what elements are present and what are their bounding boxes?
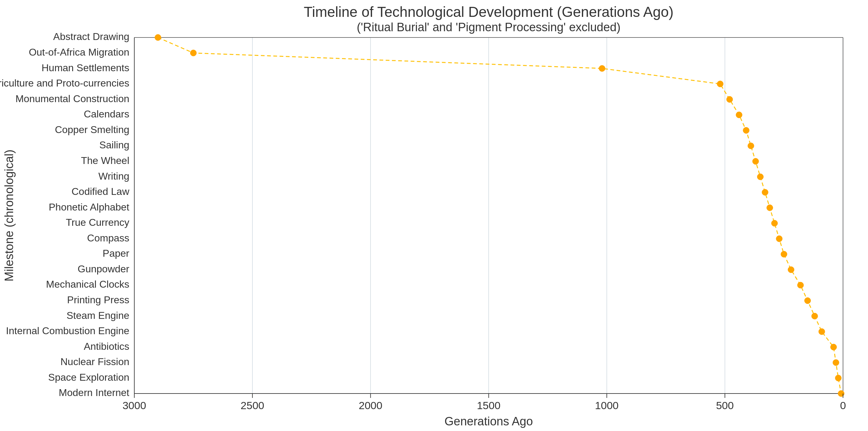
y-tick-label: Modern Internet [59, 387, 129, 398]
milestone-dot [743, 127, 749, 133]
milestone-dot [835, 375, 841, 381]
y-tick-label: Nuclear Fission [60, 356, 129, 367]
x-tick-label: 1500 [477, 399, 501, 411]
y-axis-label: Milestone (chronological) [2, 150, 16, 281]
y-tick-label: Codified Law [71, 186, 130, 197]
y-tick-label: Writing [98, 171, 129, 182]
milestone-dot [772, 220, 778, 226]
milestone-dot [788, 267, 794, 273]
y-tick-label: Phonetic Alphabet [49, 202, 129, 213]
y-tick-label: Paper [103, 248, 130, 259]
milestone-dot [767, 205, 773, 211]
milestone-dot [819, 329, 825, 335]
x-tick-label: 3000 [122, 399, 146, 411]
milestone-dot [748, 143, 754, 149]
y-tick-label: Calendars [84, 109, 129, 120]
chart-title-line1: Timeline of Technological Development (G… [304, 4, 674, 20]
x-tick-label: 2500 [241, 399, 264, 411]
milestone-dot [757, 174, 763, 180]
milestone-dot [762, 189, 768, 195]
y-tick-label: Copper Smelting [55, 124, 129, 135]
y-tick-label: Gunpowder [78, 263, 130, 275]
milestone-dot [781, 251, 787, 257]
chart-background [0, 0, 868, 431]
y-tick-label: Compass [87, 233, 129, 244]
milestone-dot [752, 158, 759, 164]
milestone-dot [599, 65, 605, 71]
y-tick-label: Out-of-Africa Migration [29, 47, 129, 58]
y-tick-label: Monumental Construction [15, 93, 129, 104]
y-tick-label: Mechanical Clocks [46, 279, 129, 290]
milestone-dot [736, 112, 742, 118]
y-tick-label: Steam Engine [66, 310, 129, 321]
x-tick-label: 0 [840, 399, 846, 411]
y-tick-label: Agriculture and Proto-currencies [0, 78, 129, 89]
milestone-dot [798, 282, 804, 288]
milestone-dot [717, 81, 723, 87]
y-tick-label: Space Exploration [48, 372, 129, 383]
x-tick-label: 2000 [359, 399, 383, 411]
y-tick-label: Human Settlements [41, 62, 129, 73]
y-tick-label: Printing Press [67, 294, 129, 305]
milestone-dot [190, 50, 196, 56]
y-tick-label: Abstract Drawing [53, 31, 129, 42]
milestone-dot [833, 360, 839, 366]
milestone-dot [805, 298, 811, 304]
chart-title-line2: ('Ritual Burial' and 'Pigment Processing… [357, 21, 620, 34]
y-tick-label: The Wheel [81, 155, 129, 166]
y-tick-label: Sailing [99, 139, 129, 151]
y-tick-label: True Currency [66, 217, 129, 228]
milestone-dot [776, 236, 782, 242]
x-tick-label: 500 [716, 399, 734, 411]
milestone-dot [155, 34, 161, 40]
milestone-dot [811, 313, 818, 319]
x-tick-label: 1000 [595, 399, 619, 411]
y-tick-label: Internal Combustion Engine [6, 325, 129, 336]
x-axis-label: Generations Ago [444, 415, 533, 428]
y-tick-label: Antibiotics [84, 341, 129, 352]
milestone-dot [831, 344, 837, 350]
chart-svg: Abstract DrawingOut-of-Africa MigrationH… [0, 0, 868, 431]
chart-container: Abstract DrawingOut-of-Africa MigrationH… [0, 0, 868, 431]
milestone-dot [726, 96, 733, 102]
